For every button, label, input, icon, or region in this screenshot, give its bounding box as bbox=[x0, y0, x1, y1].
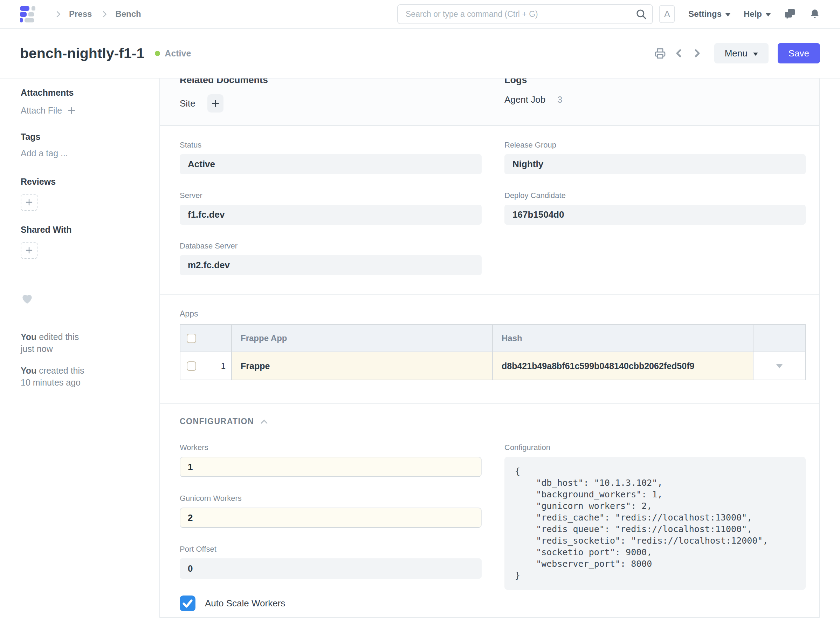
database-server-field: Database Server m2.fc.dev bbox=[180, 241, 482, 275]
logs-heading: Logs bbox=[504, 78, 806, 86]
server-label: Server bbox=[180, 191, 482, 200]
workers-input[interactable] bbox=[180, 457, 482, 477]
attach-file-label: Attach File bbox=[21, 105, 62, 116]
breadcrumb-press[interactable]: Press bbox=[69, 9, 92, 19]
status-indicator: Active bbox=[155, 49, 191, 58]
deploy-candidate-value: 167b1504d0 bbox=[504, 205, 806, 225]
logs-column: Logs Agent Job 3 bbox=[504, 78, 806, 125]
navbar: Press Bench A Settings Help bbox=[0, 0, 840, 29]
server-value: f1.fc.dev bbox=[180, 205, 482, 225]
frappe-app-column-header: Frappe App bbox=[240, 333, 287, 343]
auto-scale-workers-field: Auto Scale Workers bbox=[180, 596, 482, 611]
navbar-right: A Settings Help bbox=[659, 5, 820, 23]
edited-who: You bbox=[21, 332, 36, 342]
page-title: bench-nightly-f1-1 bbox=[20, 45, 144, 62]
configuration-section-toggle[interactable]: CONFIGURATION bbox=[160, 417, 819, 426]
hash-cell[interactable]: d8b421b49a8bf61c599b048140cbb2062fed50f9 bbox=[502, 361, 694, 371]
menu-button[interactable]: Menu bbox=[714, 43, 768, 63]
notifications-bell-icon[interactable] bbox=[809, 8, 820, 20]
reviews-heading: Reviews bbox=[21, 177, 145, 187]
apps-table-header: Frappe App Hash bbox=[180, 325, 805, 352]
agent-job-link[interactable]: Agent Job bbox=[504, 94, 545, 105]
created-activity: You created this 10 minutes ago bbox=[21, 365, 145, 388]
gunicorn-workers-input[interactable] bbox=[180, 507, 482, 528]
help-label: Help bbox=[744, 9, 762, 19]
hash-column-header: Hash bbox=[502, 333, 522, 343]
apps-section-label: Apps bbox=[180, 309, 819, 319]
settings-dropdown[interactable]: Settings bbox=[689, 9, 730, 19]
deploy-candidate-field: Deploy Candidate 167b1504d0 bbox=[504, 191, 806, 225]
chevron-right-icon bbox=[54, 11, 60, 17]
breadcrumb-bench[interactable]: Bench bbox=[115, 9, 141, 19]
page-content: Attachments Attach File Tags Add a tag .… bbox=[0, 78, 840, 626]
status-dot-icon bbox=[155, 51, 160, 56]
config-left-column: Workers Gunicorn Workers Port Offset bbox=[180, 443, 482, 611]
attach-file-button[interactable]: Attach File bbox=[21, 105, 145, 116]
created-action: created this bbox=[39, 366, 84, 376]
add-review-button[interactable] bbox=[21, 194, 37, 211]
help-dropdown[interactable]: Help bbox=[744, 9, 771, 19]
shared-with-heading: Shared With bbox=[21, 225, 145, 235]
frappe-app-cell[interactable]: Frappe bbox=[240, 361, 270, 371]
settings-label: Settings bbox=[689, 9, 721, 19]
form-card: Related Documents Site Logs Agent Job 3 bbox=[159, 78, 820, 618]
plus-icon bbox=[25, 199, 33, 206]
workers-label: Workers bbox=[180, 443, 482, 452]
save-button[interactable]: Save bbox=[778, 43, 820, 63]
next-document-icon[interactable] bbox=[692, 48, 702, 58]
release-group-value: Nightly bbox=[504, 154, 806, 174]
auto-scale-workers-label[interactable]: Auto Scale Workers bbox=[205, 598, 285, 609]
status-value: Active bbox=[180, 154, 482, 174]
share-button[interactable] bbox=[21, 242, 37, 259]
tags-heading: Tags bbox=[21, 132, 145, 142]
edited-action: edited this bbox=[39, 332, 79, 342]
edited-activity: You edited this just now bbox=[21, 331, 145, 355]
breadcrumb: Press Bench bbox=[55, 9, 141, 19]
chevron-up-icon bbox=[261, 419, 268, 427]
agent-job-count: 3 bbox=[557, 94, 562, 105]
form-sidebar: Attachments Attach File Tags Add a tag .… bbox=[0, 78, 159, 626]
database-server-label: Database Server bbox=[180, 241, 482, 250]
port-offset-input[interactable] bbox=[180, 558, 482, 579]
plus-icon bbox=[25, 246, 33, 254]
plus-icon bbox=[68, 106, 76, 114]
avatar-letter: A bbox=[664, 9, 670, 20]
row-index: 1 bbox=[221, 361, 226, 371]
site-link[interactable]: Site bbox=[180, 98, 195, 109]
plus-icon bbox=[211, 99, 220, 108]
apps-section: Apps Frappe App Hash 1 Frappe d8b bbox=[160, 295, 819, 404]
auto-scale-workers-checkbox[interactable] bbox=[180, 596, 195, 611]
like-heart-icon[interactable] bbox=[21, 292, 145, 306]
search-input[interactable] bbox=[397, 4, 653, 24]
table-row: 1 Frappe d8b421b49a8bf61c599b048140cbb20… bbox=[180, 352, 805, 380]
related-documents-column: Related Documents Site bbox=[180, 78, 482, 125]
database-server-value: m2.fc.dev bbox=[180, 255, 482, 275]
release-group-label: Release Group bbox=[504, 141, 806, 150]
attachments-heading: Attachments bbox=[21, 88, 145, 98]
server-field: Server f1.fc.dev bbox=[180, 191, 482, 225]
chat-icon[interactable] bbox=[784, 8, 796, 20]
apps-table: Frappe App Hash 1 Frappe d8b421b49a8bf61… bbox=[180, 324, 806, 380]
row-checkbox[interactable] bbox=[187, 362, 196, 371]
add-site-button[interactable] bbox=[208, 94, 223, 113]
related-documents-heading: Related Documents bbox=[180, 78, 482, 86]
print-icon[interactable] bbox=[654, 48, 666, 59]
fields-right-column: Release Group Nightly Deploy Candidate 1… bbox=[504, 141, 806, 294]
app-logo-icon[interactable] bbox=[20, 6, 37, 22]
gunicorn-workers-label: Gunicorn Workers bbox=[180, 494, 482, 503]
row-expand-icon[interactable] bbox=[776, 364, 783, 368]
config-right-column: Configuration { "db_host": "10.1.3.102",… bbox=[504, 443, 806, 611]
dashboard-section: Related Documents Site Logs Agent Job 3 bbox=[160, 78, 819, 126]
chevron-right-icon bbox=[100, 11, 107, 17]
fields-left-column: Status Active Server f1.fc.dev Database … bbox=[180, 141, 482, 294]
menu-button-label: Menu bbox=[725, 48, 748, 59]
select-all-checkbox[interactable] bbox=[187, 334, 196, 343]
check-icon bbox=[180, 596, 195, 611]
prev-document-icon[interactable] bbox=[674, 48, 684, 58]
status-label: Status bbox=[180, 141, 482, 150]
status-field: Status Active bbox=[180, 141, 482, 174]
save-button-label: Save bbox=[788, 48, 809, 59]
user-avatar[interactable]: A bbox=[659, 5, 675, 23]
chevron-down-icon bbox=[766, 13, 771, 16]
add-tag-input[interactable]: Add a tag ... bbox=[21, 148, 145, 158]
